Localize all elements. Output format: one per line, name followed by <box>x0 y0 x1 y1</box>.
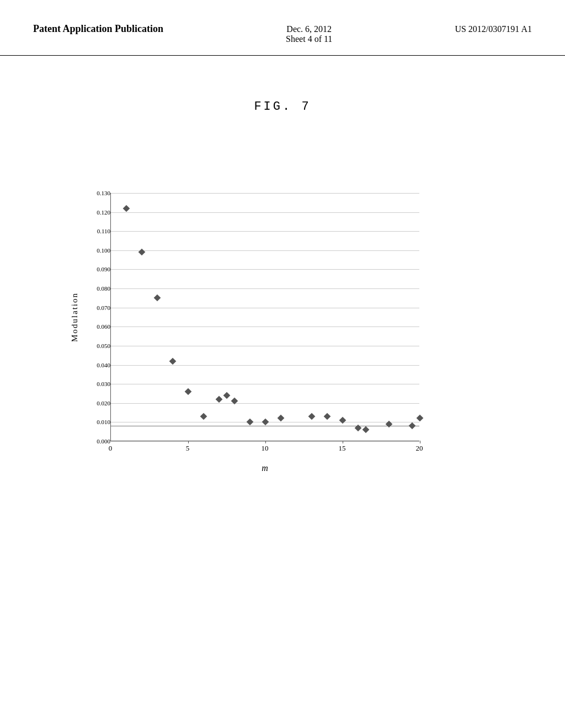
y-tick-labels: 0.1300.1200.1100.1000.0900.0800.0700.060… <box>83 193 110 441</box>
y-tick-label: 0.070 <box>84 304 110 311</box>
x-tick-mark <box>265 441 266 443</box>
x-tick-label: 20 <box>416 444 423 453</box>
gridline <box>111 288 419 289</box>
data-point <box>355 424 362 431</box>
x-tick-mark <box>188 441 189 443</box>
data-point <box>200 413 207 420</box>
gridline <box>111 193 419 194</box>
figure-title: FIG. 7 <box>0 100 565 114</box>
data-point <box>339 417 347 424</box>
gridline <box>111 326 419 327</box>
y-tick-label: 0.090 <box>84 266 110 272</box>
x-tick-labels: 05101520 <box>110 444 419 461</box>
publication-date: Dec. 6, 2012 Sheet 4 of 11 <box>286 22 332 44</box>
x-tick-label: 0 <box>109 444 113 453</box>
publication-title: Patent Application Publication <box>33 22 163 36</box>
data-point <box>363 426 370 433</box>
data-point <box>308 413 316 420</box>
gridline <box>111 384 419 384</box>
y-tick-label: 0.130 <box>84 190 110 196</box>
y-tick-label: 0.010 <box>84 419 110 425</box>
gridline <box>111 365 419 366</box>
gridline <box>111 231 419 232</box>
data-point <box>417 415 424 422</box>
data-point <box>324 413 331 420</box>
gridline <box>111 308 419 308</box>
data-point <box>278 415 285 422</box>
data-point <box>123 205 130 212</box>
data-point <box>138 249 146 256</box>
x-tick-label: 10 <box>262 444 269 453</box>
data-point <box>169 357 177 365</box>
x-tick-mark <box>343 441 343 443</box>
gridline <box>111 346 419 346</box>
data-point <box>262 419 269 426</box>
chart-container: Modulation 0.1300.1200.1100.1000.0900.08… <box>66 193 463 480</box>
y-tick-label: 0.000 <box>84 438 110 445</box>
data-point <box>247 419 254 426</box>
y-axis-label: Modulation <box>66 193 83 441</box>
patent-number: US 2012/0307191 A1 <box>455 22 532 34</box>
data-point <box>223 392 231 399</box>
y-tick-label: 0.110 <box>84 228 110 234</box>
y-tick-label: 0.020 <box>84 400 110 406</box>
y-tick-label: 0.040 <box>84 362 110 368</box>
x-tick-mark <box>420 441 420 443</box>
x-tick-label: 5 <box>186 444 190 453</box>
data-point <box>154 295 161 302</box>
x-axis-label: m <box>110 463 419 473</box>
data-point <box>185 388 192 395</box>
data-point <box>409 422 416 430</box>
gridline <box>111 212 419 213</box>
y-tick-label: 0.060 <box>84 323 110 330</box>
page-header: Patent Application Publication Dec. 6, 2… <box>0 0 565 56</box>
gridline <box>111 250 419 251</box>
x-tick-label: 15 <box>339 444 346 453</box>
plot-area <box>110 193 419 441</box>
data-point <box>216 395 223 403</box>
gridline <box>111 403 419 404</box>
y-tick-label: 0.100 <box>84 247 110 254</box>
y-tick-label: 0.080 <box>84 285 110 292</box>
threshold-line <box>111 426 419 426</box>
y-tick-label: 0.050 <box>84 342 110 349</box>
gridline <box>111 269 419 270</box>
data-point <box>386 420 393 427</box>
y-tick-label: 0.030 <box>84 381 110 387</box>
y-tick-label: 0.120 <box>84 209 110 216</box>
